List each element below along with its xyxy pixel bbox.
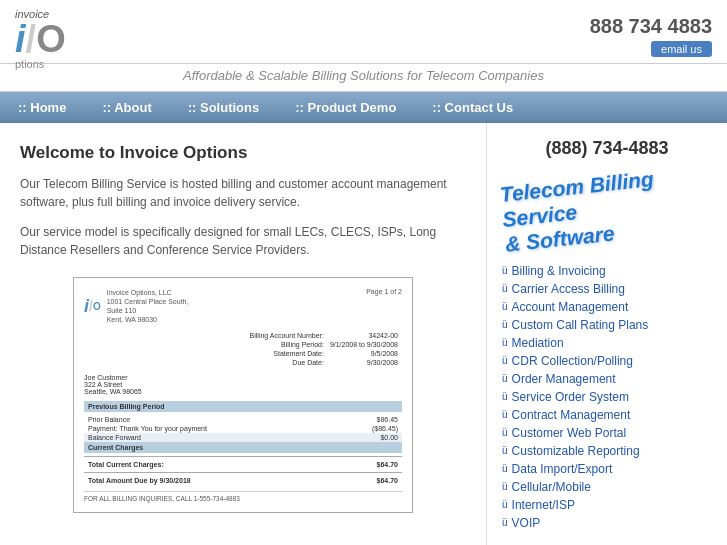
link-service-order[interactable]: üService Order System — [502, 390, 712, 404]
inv-section-header: Previous Billing Period — [84, 401, 402, 412]
inv-footer: FOR ALL BILLING INQUIRIES, CALL 1-555-73… — [84, 491, 402, 502]
link-internet-isp[interactable]: üInternet/ISP — [502, 498, 712, 512]
invoice-preview: i/O Invoice Options, LLC 1001 Central Pl… — [73, 277, 413, 513]
list-item: üAccount Management — [502, 298, 712, 316]
logo-o-big: O — [36, 20, 66, 58]
nav-about[interactable]: :: About — [84, 92, 169, 123]
inv-due-label: Due Date: — [248, 359, 326, 366]
inv-stmt-value: 9/5/2008 — [328, 350, 400, 357]
right-sidebar: (888) 734-4883 Telecom Billing Service &… — [487, 123, 727, 545]
logo-options-text: ptions — [15, 58, 44, 70]
link-cdr-collection[interactable]: üCDR Collection/Polling — [502, 354, 712, 368]
inv-page: Page 1 of 2 — [366, 288, 402, 324]
link-billing-invoicing[interactable]: üBilling & Invoicing — [502, 264, 712, 278]
description-1: Our Telecom Billing Service is hosted bi… — [20, 175, 466, 211]
list-item: üService Order System — [502, 388, 712, 406]
nav-contact-us[interactable]: :: Contact Us — [414, 92, 531, 123]
inv-customer: Joe Customer 322 A Street Seattle, WA 98… — [84, 374, 402, 395]
inv-stmt-label: Statement Date: — [248, 350, 326, 357]
list-item: üInternet/ISP — [502, 496, 712, 514]
header: invoice i / O ptions 888 734 4883 email … — [0, 0, 727, 64]
tagline: Affordable & Scalable Billing Solutions … — [0, 64, 727, 92]
main-content: Welcome to Invoice Options Our Telecom B… — [0, 123, 727, 545]
list-item: üCustom Call Rating Plans — [502, 316, 712, 334]
link-contract-mgmt[interactable]: üContract Management — [502, 408, 712, 422]
link-custom-call-rating[interactable]: üCustom Call Rating Plans — [502, 318, 712, 332]
email-button[interactable]: email us — [651, 41, 712, 57]
list-item: üCustomer Web Portal — [502, 424, 712, 442]
inv-total-current: Total Current Charges: $64.70 — [84, 460, 402, 469]
link-order-mgmt[interactable]: üOrder Management — [502, 372, 712, 386]
inv-period-label: Billing Period: — [248, 341, 326, 348]
inv-due-value: 9/30/2008 — [328, 359, 400, 366]
logo-i: i — [15, 20, 26, 58]
sidebar-links-list: üBilling & Invoicing üCarrier Access Bil… — [502, 262, 712, 532]
nav-solutions[interactable]: :: Solutions — [170, 92, 278, 123]
link-carrier-access[interactable]: üCarrier Access Billing — [502, 282, 712, 296]
sidebar-telecom-title: Telecom Billing Service & Software — [502, 171, 712, 247]
header-phone: 888 734 4883 — [590, 15, 712, 38]
list-item: üCustomizable Reporting — [502, 442, 712, 460]
inv-logo: i/O Invoice Options, LLC 1001 Central Pl… — [84, 288, 188, 324]
list-item: üCellular/Mobile — [502, 478, 712, 496]
inv-period-value: 9/1/2008 to 9/30/2008 — [328, 341, 400, 348]
logo-slash: / — [26, 20, 37, 58]
list-item: üBilling & Invoicing — [502, 262, 712, 280]
inv-acct-label: Billing Account Number: — [248, 332, 326, 339]
nav-home[interactable]: :: Home — [0, 92, 84, 123]
inv-total-due: Total Amount Due by 9/30/2018 $64.70 — [84, 476, 402, 485]
inv-payment: Payment: Thank You for your payment ($86… — [84, 424, 402, 433]
link-account-mgmt[interactable]: üAccount Management — [502, 300, 712, 314]
list-item: üCDR Collection/Polling — [502, 352, 712, 370]
inv-billing-info: Billing Account Number: 34242-00 Billing… — [84, 330, 402, 368]
list-item: üOrder Management — [502, 370, 712, 388]
link-customer-web-portal[interactable]: üCustomer Web Portal — [502, 426, 712, 440]
nav-product-demo[interactable]: :: Product Demo — [277, 92, 414, 123]
link-voip[interactable]: üVOIP — [502, 516, 712, 530]
link-mediation[interactable]: üMediation — [502, 336, 712, 350]
link-data-import-export[interactable]: üData Import/Export — [502, 462, 712, 476]
inv-current-charges-header: Current Charges — [84, 442, 402, 453]
list-item: üContract Management — [502, 406, 712, 424]
logo-icon: invoice i / O ptions — [15, 8, 115, 63]
welcome-title: Welcome to Invoice Options — [20, 143, 466, 163]
inv-prior-balance: Prior Balance $86.45 — [84, 415, 402, 424]
left-content: Welcome to Invoice Options Our Telecom B… — [0, 123, 487, 545]
link-customizable-reporting[interactable]: üCustomizable Reporting — [502, 444, 712, 458]
list-item: üVOIP — [502, 514, 712, 532]
list-item: üMediation — [502, 334, 712, 352]
logo-area: invoice i / O ptions — [15, 8, 115, 63]
phone-area: 888 734 4883 email us — [590, 15, 712, 57]
description-2: Our service model is specifically design… — [20, 223, 466, 259]
list-item: üCarrier Access Billing — [502, 280, 712, 298]
list-item: üData Import/Export — [502, 460, 712, 478]
link-cellular-mobile[interactable]: üCellular/Mobile — [502, 480, 712, 494]
inv-balance-forward: Balance Forward $0.00 — [84, 433, 402, 442]
inv-company: Invoice Options, LLC 1001 Central Place … — [107, 288, 189, 324]
nav-bar: :: Home :: About :: Solutions :: Product… — [0, 92, 727, 123]
sidebar-phone: (888) 734-4883 — [502, 138, 712, 159]
inv-acct-value: 34242-00 — [328, 332, 400, 339]
